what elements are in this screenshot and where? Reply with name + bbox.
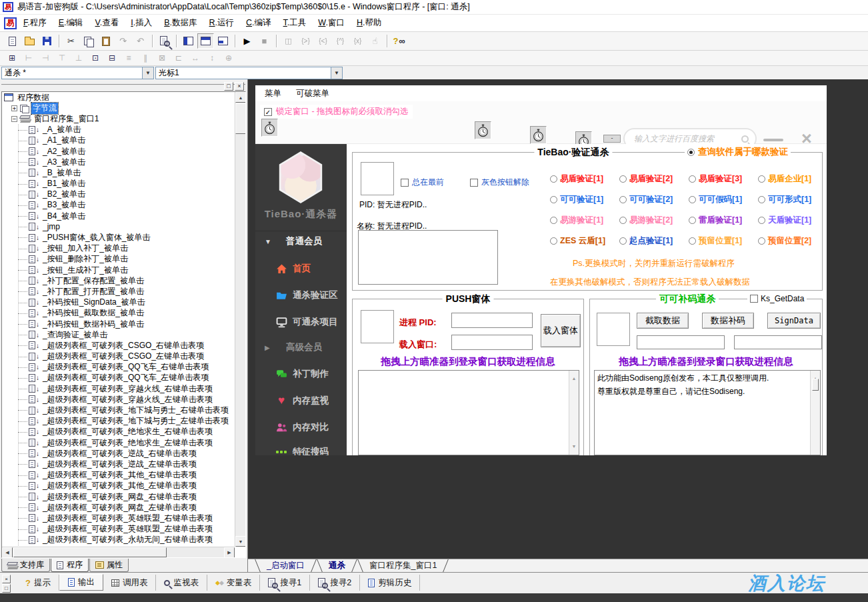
form-menu-item[interactable]: 可破菜单	[296, 88, 329, 99]
tree-item-method[interactable]: ↓ _A3_被单击	[2, 157, 235, 167]
expand-plus-icon[interactable]: +	[11, 105, 17, 111]
query-verify-radio[interactable]: 查询软件属于哪款验证	[685, 146, 791, 158]
minimize-icon[interactable]	[763, 139, 783, 141]
load-window-input[interactable]	[451, 335, 533, 350]
verify-mode-radio[interactable]: 雷盾验证[1]	[689, 215, 758, 226]
scroll-left-icon[interactable]: ◀	[2, 547, 13, 558]
scrollbar-thumb[interactable]	[13, 547, 167, 557]
help-search-button[interactable]: ?∞	[391, 33, 407, 49]
tree-item-method[interactable]: ↓ _超级列表框_可破列表_穿越火线_左键单击表项	[2, 394, 235, 405]
run-button[interactable]: ▶	[239, 33, 255, 49]
step-out-button[interactable]: {^}	[332, 33, 349, 49]
list-scrollbar[interactable]: ▲	[810, 371, 820, 455]
save-button[interactable]	[39, 33, 55, 49]
panel-float-button[interactable]: □	[224, 82, 233, 91]
menu-item[interactable]: E.编辑	[59, 17, 83, 29]
load-form-button[interactable]: 载入窗体	[541, 314, 581, 347]
verify-mode-radio[interactable]: 天盾验证[1]	[758, 215, 827, 226]
menu-item[interactable]: B.数据库	[164, 17, 197, 29]
verify-mode-radio[interactable]: ZES 云盾[1]	[550, 235, 619, 247]
nav-section-advanced-member[interactable]: ▶ 高级会员	[255, 339, 347, 355]
cut-button[interactable]: ✂	[63, 33, 79, 49]
tab-search2[interactable]: 搜寻2	[310, 575, 360, 591]
expand-minus-icon[interactable]: −	[11, 116, 17, 122]
undo-button[interactable]: ↶	[132, 33, 149, 49]
tree-item-method[interactable]: ↓ _查询验证_被单击	[2, 329, 235, 340]
verify-mode-radio[interactable]: 预留位置[1]	[689, 235, 758, 247]
alignment-tool-button[interactable]: ⊟	[104, 52, 120, 65]
list-scrollbar[interactable]: ▲ ▼	[569, 371, 579, 455]
stop-button[interactable]: ■	[256, 33, 273, 49]
signdata-button[interactable]: SignData	[767, 313, 821, 329]
lock-window-checkbox-row[interactable]: ✓ 锁定窗口 - 拖拽图标前必须取消勾选	[260, 105, 413, 119]
tree-vertical-scrollbar[interactable]: ▲ ▼	[235, 92, 245, 547]
keke-input-1[interactable]	[637, 335, 725, 349]
timer-icon[interactable]	[530, 126, 547, 144]
ks-getdata-checkbox[interactable]: Ks_GetData	[747, 294, 807, 303]
capture-data-button[interactable]: 截取数据	[637, 313, 689, 329]
scroll-up-icon[interactable]: ▲	[235, 92, 246, 103]
avatar[interactable]	[277, 151, 324, 203]
verify-mode-radio[interactable]: 易盾验证[1]	[550, 173, 619, 185]
tree-item-method[interactable]: ↓ _PUSH窗体_载入窗体_被单击	[2, 232, 235, 243]
tab-watch-table[interactable]: 监视表	[156, 575, 207, 591]
tree-horizontal-scrollbar[interactable]: ◀ ▶	[2, 547, 235, 557]
form-menu-item[interactable]: 菜单	[265, 88, 281, 99]
tree-item-method[interactable]: ↓ _A_被单击	[2, 125, 235, 135]
verify-mode-radio[interactable]: 可可假码[1]	[689, 194, 758, 205]
menu-item[interactable]: H.帮助	[357, 17, 382, 29]
tree-item-method[interactable]: ↓ _B2_被单击	[2, 189, 235, 200]
alignment-tool-button[interactable]: ↔	[187, 52, 203, 65]
tab-output[interactable]: 输出	[59, 574, 103, 591]
verify-mode-radio[interactable]: 可可验证[2]	[619, 194, 689, 205]
find-button[interactable]	[156, 33, 173, 49]
debug-restart-button[interactable]: ◫	[280, 33, 297, 49]
tree-item-method[interactable]: ↓ _补码按钮_数据补码_被单击	[2, 319, 235, 329]
layout-top-button[interactable]	[197, 33, 214, 49]
timer-icon[interactable]	[475, 121, 491, 139]
tree-item-method[interactable]: ↓ _补码按钮_截取数据_被单击	[2, 308, 235, 319]
alignment-tool-button[interactable]: ↕	[204, 52, 220, 65]
scrollbar-thumb[interactable]	[235, 103, 246, 134]
menu-item[interactable]: W.窗口	[318, 17, 345, 29]
tree-item-method[interactable]: ↓ _超级列表框_可破列表_网盘_右键单击表项	[2, 491, 235, 502]
aim-drag-box[interactable]	[361, 310, 394, 343]
tab-support-lib[interactable]: 支持库	[1, 559, 50, 572]
panel-close-button[interactable]: ×	[235, 82, 244, 91]
menu-item[interactable]: V.查看	[95, 17, 119, 29]
scroll-down-icon[interactable]: ▼	[235, 536, 246, 547]
tree-item-method[interactable]: ↓ _B3_被单击	[2, 200, 235, 211]
tab-window-assembly[interactable]: 窗口程序集_窗口1	[357, 559, 449, 572]
chevron-down-icon[interactable]: ▼	[331, 67, 342, 79]
alignment-tool-button[interactable]: ⊢	[21, 52, 37, 65]
verify-mode-radio[interactable]: 预留位置[2]	[758, 235, 827, 247]
push-log-list[interactable]: ▲ ▼	[358, 370, 579, 455]
redo-button[interactable]: ↷	[115, 33, 131, 49]
tree-item-bytestream[interactable]: + 字节流	[2, 103, 235, 113]
tree-item-method[interactable]: ↓ _B4_被单击	[2, 211, 235, 221]
tree-item-method[interactable]: ↓ _补码按钮_SignData_被单击	[2, 297, 235, 308]
tree-item-method[interactable]: ↓ _超级列表框_可破列表_绝地求生_左键单击表项	[2, 437, 235, 448]
open-file-button[interactable]	[21, 33, 38, 49]
window-selector-combo[interactable]: 通杀 * ▼	[1, 67, 154, 79]
alignment-tool-button[interactable]: ≡	[121, 52, 137, 65]
tree-item-method[interactable]: ↓ _超级列表框_可破列表_英雄联盟_左键单击表项	[2, 524, 235, 535]
gray-button-unlock-checkbox[interactable]: 灰色按钮解除	[470, 177, 529, 188]
verify-mode-radio[interactable]: 可可验证[1]	[550, 194, 619, 205]
tab-program[interactable]: 程序	[51, 559, 89, 572]
tab-search1[interactable]: 搜寻1	[260, 575, 310, 591]
alignment-tool-button[interactable]: ∥	[137, 52, 153, 65]
verify-mode-radio[interactable]: 易盾验证[2]	[619, 173, 689, 185]
output-close-button[interactable]: ×	[2, 575, 11, 583]
output-float-button[interactable]: □	[2, 584, 11, 593]
tab-tongsha[interactable]: 通杀	[317, 559, 357, 572]
nav-section-normal-member[interactable]: ▼ 普通会员	[255, 233, 347, 249]
tree-item-method[interactable]: ↓ _按钮_删除补丁_被单击	[2, 254, 235, 265]
alignment-tool-button[interactable]: ⊣	[37, 52, 53, 65]
tab-startup-window[interactable]: _启动窗口	[255, 559, 317, 572]
keke-notice-list[interactable]: 此功能由Sodiseng原创发布，本工具仅整理调用. 尊重版权就是尊重自己，请记…	[594, 370, 821, 455]
tree-item-method[interactable]: ↓ _超级列表框_可破列表_QQ飞车_右键单击表项	[2, 362, 235, 373]
alignment-tool-button[interactable]: ⊞	[4, 52, 20, 65]
verify-mode-radio[interactable]: 起点验证[1]	[619, 235, 689, 247]
menu-item[interactable]: I.插入	[131, 17, 152, 29]
